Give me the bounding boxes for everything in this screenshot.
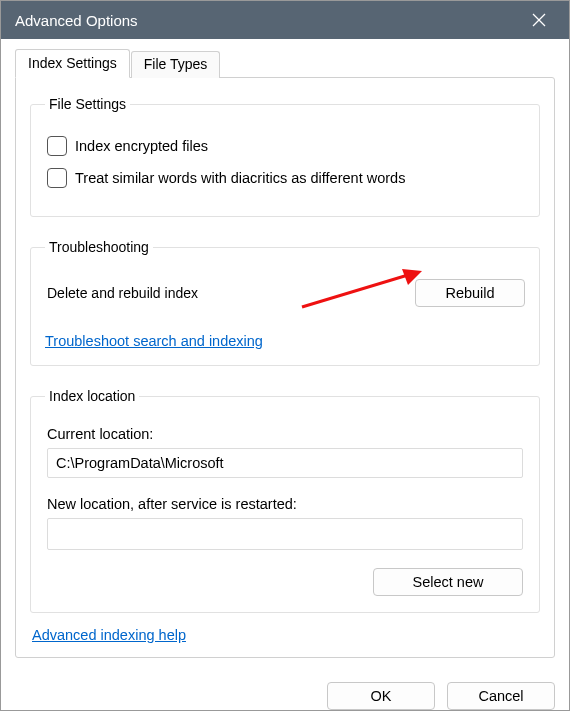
close-button[interactable] (517, 1, 561, 39)
tab-index-settings[interactable]: Index Settings (15, 49, 130, 78)
tabpanel-index-settings: File Settings Index encrypted files Trea… (15, 77, 555, 658)
legend-index-location: Index location (45, 388, 139, 404)
rebuild-button[interactable]: Rebuild (415, 279, 525, 307)
value-new-location (47, 518, 523, 550)
group-index-location: Index location Current location: C:\Prog… (30, 388, 540, 613)
footer-buttons: OK Cancel (1, 672, 569, 711)
checkbox-index-encrypted[interactable] (47, 136, 67, 156)
label-new-location: New location, after service is restarted… (47, 496, 525, 512)
body-area: Index Settings File Types File Settings … (1, 39, 569, 672)
legend-file-settings: File Settings (45, 96, 130, 112)
value-current-location: C:\ProgramData\Microsoft (47, 448, 523, 478)
label-rebuild: Delete and rebuild index (47, 285, 198, 301)
checkbox-diacritics[interactable] (47, 168, 67, 188)
link-advanced-indexing-help[interactable]: Advanced indexing help (32, 627, 186, 643)
legend-troubleshooting: Troubleshooting (45, 239, 153, 255)
row-select-new: Select new (45, 568, 525, 596)
link-troubleshoot-search[interactable]: Troubleshoot search and indexing (45, 333, 263, 349)
label-index-encrypted: Index encrypted files (75, 138, 208, 154)
row-diacritics: Treat similar words with diacritics as d… (47, 168, 525, 188)
label-diacritics: Treat similar words with diacritics as d… (75, 170, 405, 186)
row-index-encrypted: Index encrypted files (47, 136, 525, 156)
titlebar: Advanced Options (1, 1, 569, 39)
group-troubleshooting: Troubleshooting Delete and rebuild index… (30, 239, 540, 366)
tab-row: Index Settings File Types (15, 49, 555, 78)
select-new-button[interactable]: Select new (373, 568, 523, 596)
window-title: Advanced Options (15, 12, 517, 29)
label-current-location: Current location: (47, 426, 525, 442)
close-icon (532, 13, 546, 27)
row-rebuild: Delete and rebuild index Rebuild (47, 279, 525, 307)
group-file-settings: File Settings Index encrypted files Trea… (30, 96, 540, 217)
cancel-button[interactable]: Cancel (447, 682, 555, 710)
ok-button[interactable]: OK (327, 682, 435, 710)
tab-file-types[interactable]: File Types (131, 51, 221, 78)
